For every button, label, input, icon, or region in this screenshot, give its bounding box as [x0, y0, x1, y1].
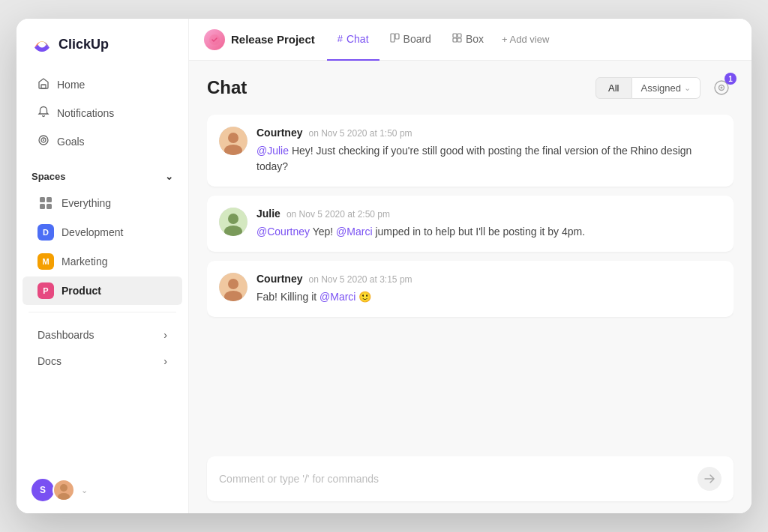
filter-assigned-dropdown[interactable]: Assigned ⌄	[632, 77, 700, 99]
svg-point-21	[228, 133, 238, 143]
message-time-1: on Nov 5 2020 at 1:50 pm	[308, 128, 412, 139]
sidebar-item-marketing-label: Marketing	[62, 256, 107, 267]
filter-assigned-label: Assigned	[641, 82, 681, 94]
sidebar-item-home-label: Home	[57, 79, 85, 91]
chevron-right-icon-docs: ›	[164, 355, 167, 367]
sidebar-item-everything[interactable]: Everything	[22, 189, 182, 217]
sidebar: ClickUp Home Notifications Goals	[16, 19, 189, 513]
marketing-badge: M	[38, 253, 54, 270]
message-body-1: Hey! Just checking if you're still good …	[256, 145, 692, 172]
message-header-1: Courtney on Nov 5 2020 at 1:50 pm	[256, 127, 722, 139]
spaces-section-header: Spaces ⌄	[16, 159, 188, 188]
home-icon	[38, 77, 50, 91]
message-time-2: on Nov 5 2020 at 2:50 pm	[286, 209, 390, 220]
comment-box: Comment or type '/' for commands	[207, 456, 734, 501]
sidebar-item-product[interactable]: P Product	[22, 276, 182, 305]
clickup-logo-icon	[32, 34, 52, 55]
svg-point-24	[228, 214, 238, 224]
message-time-3: on Nov 5 2020 at 3:15 pm	[308, 274, 412, 285]
sidebar-item-notifications[interactable]: Notifications	[22, 99, 182, 127]
svg-point-3	[43, 139, 44, 141]
target-icon	[38, 134, 50, 148]
avatar-user2[interactable]	[52, 479, 75, 501]
filter-all-button[interactable]: All	[596, 77, 632, 99]
message-author-2: Julie	[256, 208, 280, 220]
main-content: Release Project # Chat Board Box + Add v…	[189, 19, 752, 513]
sidebar-item-docs[interactable]: Docs ›	[22, 348, 182, 374]
chat-filters: All Assigned ⌄	[596, 77, 700, 99]
tab-box-label: Box	[466, 33, 484, 45]
svg-rect-4	[40, 197, 45, 202]
add-view-label: + Add view	[502, 34, 549, 45]
chevron-right-icon: ›	[164, 329, 167, 341]
message-body-3a: Fab! Killing it	[256, 291, 320, 303]
sidebar-item-dashboards[interactable]: Dashboards ›	[22, 322, 182, 348]
chevron-down-icon: ⌄	[165, 171, 173, 182]
send-button[interactable]	[698, 467, 722, 491]
avatar-s[interactable]: S	[32, 479, 54, 501]
logo[interactable]: ClickUp	[16, 19, 188, 67]
svg-rect-14	[458, 34, 461, 37]
message-body-2a: Yep!	[310, 226, 336, 238]
svg-rect-11	[391, 34, 394, 42]
message-text-1: @Julie Hey! Just checking if you're stil…	[256, 143, 722, 175]
svg-rect-6	[40, 204, 45, 209]
bottom-nav: Dashboards › Docs ›	[16, 318, 188, 378]
top-bar: Release Project # Chat Board Box + Add v…	[189, 19, 752, 61]
svg-rect-5	[46, 197, 52, 202]
message-content-2: Julie on Nov 5 2020 at 2:50 pm @Courtney…	[256, 208, 722, 240]
message-content-3: Courtney on Nov 5 2020 at 3:15 pm Fab! K…	[256, 273, 722, 305]
sidebar-item-goals[interactable]: Goals	[22, 127, 182, 155]
svg-rect-0	[41, 85, 46, 88]
message-card-2: Julie on Nov 5 2020 at 2:50 pm @Courtney…	[207, 196, 734, 252]
avatar-julie	[219, 208, 248, 236]
sidebar-item-development[interactable]: D Development	[22, 218, 182, 247]
message-text-2: @Courtney Yep! @Marci jumped in to help …	[256, 224, 722, 240]
tab-board[interactable]: Board	[380, 19, 442, 61]
message-header-2: Julie on Nov 5 2020 at 2:50 pm	[256, 208, 722, 220]
tab-box[interactable]: Box	[442, 19, 494, 61]
sidebar-item-home[interactable]: Home	[22, 70, 182, 98]
sidebar-item-product-label: Product	[62, 285, 101, 297]
avatar-courtney-1	[219, 127, 248, 155]
message-author-1: Courtney	[256, 127, 302, 139]
add-view-button[interactable]: + Add view	[494, 19, 556, 61]
bell-icon	[38, 106, 50, 120]
message-body-3b: 🙂	[356, 291, 371, 303]
app-container: ClickUp Home Notifications Goals	[16, 19, 752, 513]
svg-point-27	[228, 279, 238, 289]
project-icon	[204, 29, 225, 50]
message-card-3: Courtney on Nov 5 2020 at 3:15 pm Fab! K…	[207, 261, 734, 317]
chat-title: Chat	[207, 77, 247, 98]
message-author-3: Courtney	[256, 273, 302, 285]
tab-board-label: Board	[404, 33, 431, 45]
everything-icon	[38, 195, 54, 211]
comment-placeholder[interactable]: Comment or type '/' for commands	[219, 473, 379, 485]
message-card: Courtney on Nov 5 2020 at 1:50 pm @Julie…	[207, 115, 734, 187]
svg-rect-15	[453, 38, 457, 42]
sidebar-item-marketing[interactable]: M Marketing	[22, 247, 182, 276]
spaces-list: Everything D Development M Marketing P P…	[16, 188, 188, 306]
tab-chat[interactable]: # Chat	[327, 19, 380, 61]
product-badge: P	[38, 282, 54, 299]
sidebar-item-everything-label: Everything	[62, 197, 111, 209]
chat-tab-icon: #	[338, 33, 343, 44]
project-name: Release Project	[231, 33, 315, 46]
sidebar-item-notifications-label: Notifications	[57, 107, 114, 119]
svg-rect-16	[458, 38, 461, 42]
chat-area: Chat All Assigned ⌄ 1	[189, 61, 752, 513]
sidebar-item-development-label: Development	[62, 226, 124, 238]
main-nav: Home Notifications Goals	[16, 67, 188, 159]
watch-button[interactable]: 1	[710, 76, 734, 100]
dashboards-label: Dashboards	[38, 329, 94, 341]
docs-label: Docs	[38, 355, 62, 367]
svg-rect-12	[395, 34, 399, 39]
mention-1: @Julie	[256, 145, 289, 157]
footer-chevron-icon: ⌄	[81, 486, 88, 495]
spaces-label: Spaces	[32, 171, 66, 182]
message-header-3: Courtney on Nov 5 2020 at 3:15 pm	[256, 273, 722, 285]
svg-point-9	[58, 493, 70, 500]
mention-3: @Marci	[320, 291, 356, 303]
tab-chat-label: Chat	[346, 33, 369, 45]
message-content-1: Courtney on Nov 5 2020 at 1:50 pm @Julie…	[256, 127, 722, 175]
